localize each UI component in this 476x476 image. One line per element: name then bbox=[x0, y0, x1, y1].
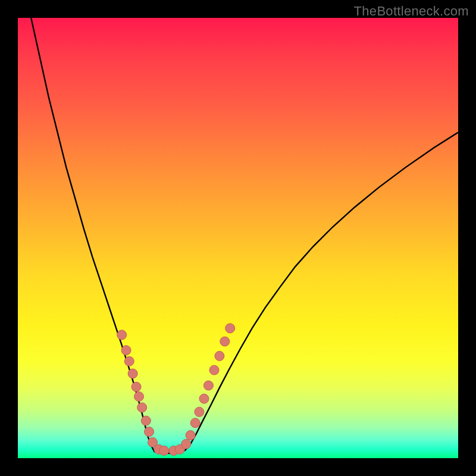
data-dot bbox=[128, 369, 137, 378]
data-dot bbox=[203, 381, 213, 390]
data-dot bbox=[195, 407, 204, 416]
data-dot bbox=[134, 392, 144, 401]
data-dot bbox=[131, 382, 141, 392]
data-dot bbox=[137, 403, 147, 412]
data-dot bbox=[145, 427, 154, 437]
data-dot bbox=[215, 351, 224, 361]
data-dot bbox=[121, 346, 131, 355]
data-dot bbox=[141, 416, 151, 425]
chart-area bbox=[18, 18, 458, 458]
chart-svg bbox=[18, 18, 458, 458]
bottleneck-curve bbox=[31, 18, 458, 453]
data-dot bbox=[124, 356, 134, 366]
data-dot bbox=[199, 394, 209, 403]
data-dot bbox=[181, 439, 191, 449]
data-dot bbox=[190, 418, 200, 428]
data-dot bbox=[209, 365, 219, 375]
data-dot bbox=[220, 337, 230, 346]
data-dot bbox=[117, 330, 127, 340]
watermark-text: TheBottleneck.com bbox=[354, 4, 469, 19]
data-dot bbox=[186, 431, 195, 440]
data-dot bbox=[226, 324, 235, 333]
dots-group bbox=[117, 324, 235, 456]
data-dot bbox=[159, 446, 169, 455]
